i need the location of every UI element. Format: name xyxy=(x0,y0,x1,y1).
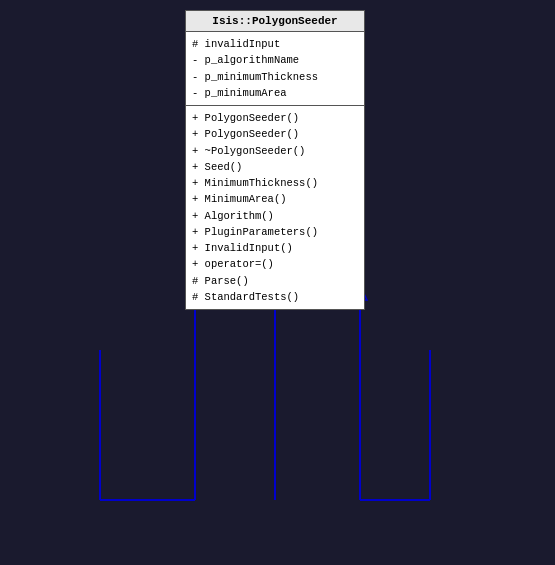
method-0: + PolygonSeeder() xyxy=(192,110,358,126)
method-11: # StandardTests() xyxy=(192,289,358,305)
method-5: + MinimumArea() xyxy=(192,191,358,207)
method-7: + PluginParameters() xyxy=(192,224,358,240)
attr-1: - p_algorithmName xyxy=(192,52,358,68)
attr-3: - p_minimumArea xyxy=(192,85,358,101)
method-2: + ~PolygonSeeder() xyxy=(192,143,358,159)
class-box: Isis::PolygonSeeder # invalidInput - p_a… xyxy=(185,10,365,310)
method-6: + Algorithm() xyxy=(192,208,358,224)
attr-2: - p_minimumThickness xyxy=(192,69,358,85)
attr-0: # invalidInput xyxy=(192,36,358,52)
method-3: + Seed() xyxy=(192,159,358,175)
method-10: # Parse() xyxy=(192,273,358,289)
method-4: + MinimumThickness() xyxy=(192,175,358,191)
attributes-section: # invalidInput - p_algorithmName - p_min… xyxy=(186,32,364,106)
diagram-container: Isis::PolygonSeeder # invalidInput - p_a… xyxy=(0,0,555,565)
methods-section: + PolygonSeeder() + PolygonSeeder() + ~P… xyxy=(186,106,364,309)
method-1: + PolygonSeeder() xyxy=(192,126,358,142)
class-title: Isis::PolygonSeeder xyxy=(186,11,364,32)
method-8: + InvalidInput() xyxy=(192,240,358,256)
method-9: + operator=() xyxy=(192,256,358,272)
